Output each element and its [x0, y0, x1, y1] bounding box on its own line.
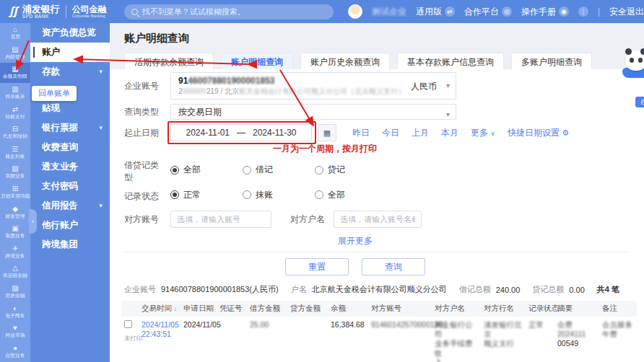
- column-header: 对方行名: [481, 301, 526, 317]
- date-range-picker[interactable]: 2024-11-01 — 2024-11-30: [170, 124, 312, 141]
- icon-sidebar-item[interactable]: ◆财富管理: [0, 202, 30, 222]
- radio-option[interactable]: 抹账: [243, 189, 315, 201]
- version-switch-item[interactable]: 通用版⇌: [416, 6, 455, 18]
- debit-credit-type-label: 借贷记类型: [124, 159, 162, 184]
- icon-sidebar-item[interactable]: ▣集团业务: [0, 222, 30, 242]
- radio-icon: [243, 166, 251, 175]
- date-shortcut[interactable]: 昨日: [352, 127, 370, 139]
- cell-status: 正常: [526, 317, 554, 362]
- chevron-down-icon: ▾: [99, 118, 103, 138]
- date-shortcut[interactable]: 今日: [382, 127, 399, 139]
- global-search-input[interactable]: 找不到菜单？试试模糊搜索。: [124, 4, 334, 19]
- icon-sidebar-item[interactable]: ⌂首页: [0, 23, 30, 43]
- column-header[interactable]: 交易时间 ↓: [139, 301, 180, 317]
- result-summary: 企业账号 91460078801900001853(人民币) 户名 北京航天金税…: [124, 284, 644, 295]
- other-functions-icon: ⊞: [12, 185, 18, 193]
- manual-location-item[interactable]: 操作手册◉: [521, 6, 569, 18]
- menu-sidebar-item[interactable]: 支付密码: [30, 177, 110, 196]
- expand-more-link[interactable]: 展开更多: [124, 235, 586, 247]
- radio-icon: [315, 190, 323, 199]
- cell-cp_name: 网上银行公司业务手续费收入: [432, 317, 481, 362]
- summary-name-value: 北京航天金税会计有限公司顺义分公司: [312, 284, 447, 295]
- icon-sidebar-item[interactable]: ⊟代发和报销: [0, 123, 30, 143]
- date-shortcuts: 昨日今日上月本月更多 ∨快捷日期设置 ⚙: [352, 127, 569, 139]
- icon-sidebar-item[interactable]: ⊞其他常用功能: [0, 182, 30, 203]
- menu-sidebar-item[interactable]: 资产负债总览: [30, 23, 110, 43]
- calendar-icon[interactable]: ▦: [318, 124, 336, 141]
- icon-sidebar-item[interactable]: ▨贸易金融: [0, 282, 30, 302]
- icon-sidebar-item[interactable]: △供应链金融: [0, 262, 30, 282]
- menu-sidebar-item[interactable]: 银行票据▾: [30, 118, 110, 138]
- radio-option[interactable]: 贷记: [315, 164, 387, 176]
- menu-sidebar-item[interactable]: 透支业务: [30, 157, 110, 177]
- summary-debit-label: 借记总额: [459, 284, 491, 295]
- query-type-select[interactable]: 按交易日期 ▾: [170, 104, 456, 120]
- icon-sidebar-item[interactable]: ✈跨境业务: [0, 242, 30, 262]
- menu-sidebar-item[interactable]: 跨境集团: [30, 235, 110, 255]
- user-avatar[interactable]: [348, 4, 362, 19]
- cell-cp_bank: 浦发银行北京顺义支行: [481, 317, 526, 362]
- column-header: 对方户名: [432, 301, 481, 317]
- wealth-mgmt-icon: ◆: [12, 206, 18, 213]
- radio-option[interactable]: 全部: [170, 164, 243, 176]
- top-header: ʃʃ 浦发银行 SPD BANK 公司金融 Corporate Banking …: [0, 0, 644, 23]
- more-menu-button[interactable]: ⋮: [578, 6, 588, 17]
- cell-time[interactable]: 2024/11/0522:43:51: [139, 317, 180, 362]
- radio-option[interactable]: 借记: [243, 164, 315, 176]
- menu-sidebar-item[interactable]: 他行账户: [30, 216, 110, 235]
- cell-remark: 会员服务年费: [599, 317, 637, 362]
- icon-sidebar-item[interactable]: ▧票据业务: [0, 162, 30, 182]
- receipt-bill-floating-tag[interactable]: 回单账单: [32, 86, 77, 101]
- date-shortcut[interactable]: 本月: [441, 127, 458, 139]
- logout-button[interactable]: 安全退出: [609, 6, 644, 18]
- cell-apply: 2024/11/05: [180, 317, 217, 362]
- cp-account-input[interactable]: [170, 211, 271, 228]
- sidebar-collapse-handle[interactable]: ‹: [29, 209, 37, 234]
- date-end-value[interactable]: 2024-11-30: [253, 128, 297, 138]
- date-start-value[interactable]: 2024-11-01: [186, 128, 230, 138]
- icon-sidebar-item[interactable]: ▤内部管理: [0, 43, 30, 63]
- radio-option[interactable]: 正常: [170, 189, 243, 201]
- menu-sidebar-item[interactable]: 账户: [30, 43, 110, 62]
- gear-icon: ⚙: [562, 128, 569, 137]
- product-name: 公司金融: [72, 5, 107, 14]
- menu-sidebar-item[interactable]: 信用报告▾: [30, 196, 110, 216]
- icon-sidebar: ⌂首页▤内部管理▦余额及明细▥回单账单⇄转账支付⊟代发和报销☰账企对账▧票据业务…: [0, 23, 30, 362]
- account-select[interactable]: 91460078801900001853 2000000219 / 北京航天金税…: [170, 72, 456, 100]
- partner-platform-item[interactable]: 合作平台◎: [464, 6, 512, 18]
- crossborder-business-icon: ✈: [12, 245, 18, 252]
- query-button[interactable]: 查询: [362, 258, 425, 275]
- row-checkbox[interactable]: [124, 320, 132, 328]
- menu-sidebar-item[interactable]: 收费查询: [30, 138, 110, 157]
- column-header: 申请日期: [180, 301, 217, 317]
- print-status: 未打印: [124, 334, 136, 343]
- icon-sidebar-item[interactable]: ☰账企对账: [0, 143, 30, 163]
- column-header: 摘要: [554, 301, 599, 317]
- menu-sidebar-item[interactable]: 贴现: [30, 99, 110, 118]
- group-business-icon: ▣: [12, 225, 18, 232]
- icon-sidebar-item[interactable]: ◐电子商务: [0, 301, 30, 322]
- ecommerce-icon: ◐: [13, 305, 17, 312]
- reset-button[interactable]: 重置: [285, 258, 349, 275]
- user-name[interactable]: 测试企业: [372, 6, 406, 18]
- cell-debit: 25.00: [247, 317, 287, 362]
- summary-name-label: 户名: [291, 284, 307, 295]
- cp-name-input[interactable]: [334, 211, 422, 228]
- icon-sidebar-item[interactable]: ♥同业市场: [0, 322, 30, 342]
- summary-count: 共4 笔: [597, 284, 619, 295]
- quick-date-setting-link[interactable]: 快捷日期设置 ⚙: [508, 127, 569, 139]
- icon-sidebar-item[interactable]: ▥回单账单: [0, 83, 30, 103]
- radio-option[interactable]: 全部: [315, 189, 387, 201]
- mascot-tag[interactable]: 咨询: [635, 97, 644, 107]
- debit-credit-type-group: 全部借记贷记: [170, 163, 387, 177]
- account-number: 91460078801900001853: [178, 75, 437, 87]
- icon-sidebar-item[interactable]: ●自贸业务: [0, 342, 30, 362]
- date-more-link[interactable]: 更多 ∨: [471, 127, 495, 139]
- account-subinfo: 2000000219 / 北京航天金税会计有限公司顺义分公司（北京顺义支行）: [178, 87, 437, 97]
- mascot-widget[interactable]: 咨询: [618, 50, 644, 78]
- page-title: 账户明细查询: [110, 23, 644, 53]
- date-shortcut[interactable]: 上月: [412, 127, 429, 139]
- icon-sidebar-item[interactable]: ▦余额及明细: [0, 63, 30, 83]
- menu-sidebar-item[interactable]: 存款▾: [30, 62, 110, 81]
- icon-sidebar-item[interactable]: ⇄转账支付: [0, 102, 30, 123]
